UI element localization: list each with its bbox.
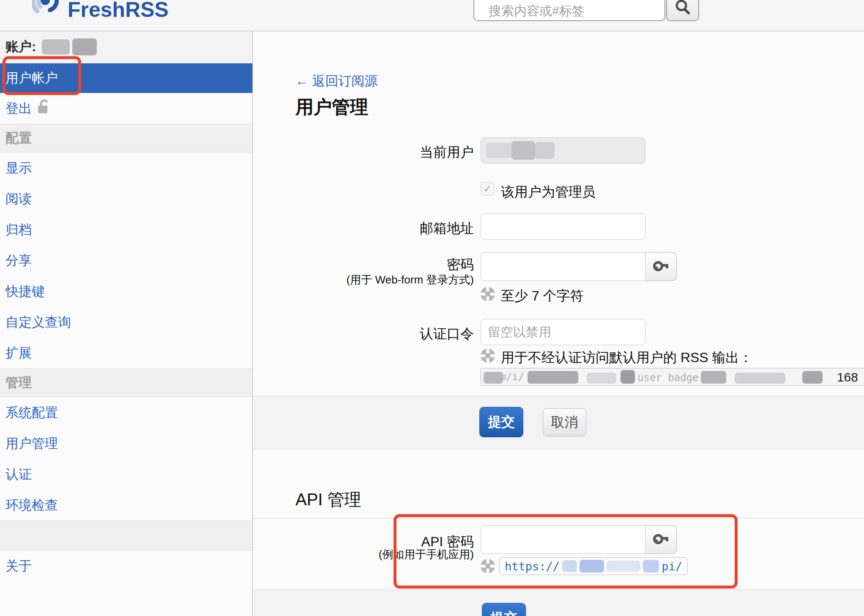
token-hint: 用于不经认证访问默认用户的 RSS 输出： [501, 349, 753, 367]
password-label: 密码 [253, 256, 474, 274]
current-user-input[interactable] [481, 137, 645, 164]
token-label: 认证口令 [253, 325, 474, 343]
email-label: 邮箱地址 [253, 219, 474, 238]
redaction-blur [72, 38, 97, 55]
api-url-suffix: pi/ [662, 560, 682, 573]
sidebar-item-label: 登出 [5, 100, 32, 117]
redaction-blur [486, 143, 513, 158]
sidebar-item-system-config[interactable]: 系统配置 [0, 397, 252, 428]
api-url-prefix: https:// [505, 560, 560, 573]
sidebar-item-extensions[interactable]: 扩展 [0, 338, 252, 368]
sidebar-item-display[interactable]: 显示 [0, 153, 252, 183]
api-password-note: (例如用于手机应用) [253, 547, 474, 562]
sidebar-item-sharing[interactable]: 分享 [0, 245, 252, 276]
redaction-blur [802, 371, 823, 384]
redaction-blur [587, 373, 616, 384]
unlock-icon [37, 99, 49, 118]
password-hint: 至少 7 个字符 [501, 287, 584, 305]
top-header: FreshRSS [0, 0, 864, 31]
globe-icon [480, 286, 496, 302]
search-input[interactable] [473, 0, 665, 21]
sidebar-section-config: 配置 [0, 124, 252, 153]
redaction-blur [528, 371, 578, 384]
globe-icon [480, 558, 496, 574]
api-submit-button[interactable]: 提交 [482, 603, 526, 616]
rss-count-badge: 168 [837, 370, 858, 384]
redaction-blur [607, 561, 640, 572]
redaction-blur [580, 560, 604, 572]
sidebar-item-user-account[interactable]: 用户帐户 [0, 63, 252, 93]
show-api-password-button[interactable] [645, 525, 677, 554]
admin-checkbox-label: 该用户为管理员 [501, 183, 596, 202]
freshrss-logo-icon [32, 0, 68, 17]
globe-icon [480, 348, 496, 364]
redaction-blur [643, 560, 659, 572]
sidebar-item-label: 用户帐户 [5, 69, 58, 87]
sidebar-item-about[interactable]: 关于 [0, 551, 252, 581]
freshrss-user-settings-page: FreshRSS 账户: 用户帐户 登出 [0, 0, 864, 616]
key-icon [653, 259, 670, 275]
sidebar-empty-section [0, 521, 252, 551]
admin-checkbox[interactable]: ✓ [481, 182, 494, 196]
email-field[interactable] [481, 213, 645, 240]
page-title: 用户管理 [295, 95, 368, 120]
sidebar-item-user-management[interactable]: 用户管理 [0, 428, 252, 459]
back-to-feeds-link[interactable]: ← 返回订阅源 [295, 72, 378, 90]
sidebar-item-authentication[interactable]: 认证 [0, 459, 252, 490]
redaction-blur [562, 560, 577, 572]
main-content: ← 返回订阅源 用户管理 当前用户 ✓ 该用户为管理员 邮箱地址 密码 (用于 … [253, 31, 864, 616]
redaction-blur [621, 370, 635, 384]
sidebar-item-shortcuts[interactable]: 快捷键 [0, 276, 252, 307]
api-section-title: API 管理 [295, 488, 361, 511]
freshrss-logo-text: FreshRSS [68, 0, 169, 22]
search-icon [674, 0, 691, 17]
redaction-blur [484, 372, 503, 384]
redaction-blur [535, 142, 555, 159]
account-row: 账户: [0, 31, 252, 63]
section-divider [253, 518, 864, 518]
sidebar-item-system-check[interactable]: 环境检查 [0, 490, 252, 521]
show-password-button[interactable] [645, 252, 677, 281]
sidebar-section-admin: 管理 [0, 368, 252, 397]
token-field[interactable] [481, 319, 645, 345]
redaction-blur [735, 373, 785, 384]
account-label: 账户: [5, 38, 36, 56]
sidebar-item-queries[interactable]: 自定义查询 [0, 307, 252, 338]
redaction-blur [42, 39, 70, 55]
rss-output-url-bar: om/i/ user badge 168 [481, 368, 864, 386]
sidebar-item-reading[interactable]: 阅读 [0, 183, 252, 214]
checkmark-icon: ✓ [483, 183, 492, 195]
redaction-blur [701, 371, 726, 384]
api-url-chip: https:// pi/ [499, 557, 688, 575]
settings-sidebar: 账户: 用户帐户 登出 配置 显示 阅读 归档 分享 快捷键 [0, 31, 253, 616]
api-footer-band [253, 589, 864, 616]
sidebar-item-logout[interactable]: 登出 [0, 93, 252, 124]
sidebar-item-archiving[interactable]: 归档 [0, 214, 252, 245]
current-user-label: 当前用户 [253, 143, 474, 162]
key-icon [653, 532, 670, 548]
cancel-button[interactable]: 取消 [543, 408, 586, 436]
redaction-blur [511, 141, 535, 160]
password-note: (用于 Web-form 登录方式) [253, 273, 474, 287]
submit-button[interactable]: 提交 [479, 407, 523, 437]
search-button[interactable] [666, 0, 699, 21]
password-field[interactable] [481, 252, 645, 281]
obscured-url-text: user badge [637, 372, 699, 384]
api-password-field[interactable] [481, 525, 645, 554]
